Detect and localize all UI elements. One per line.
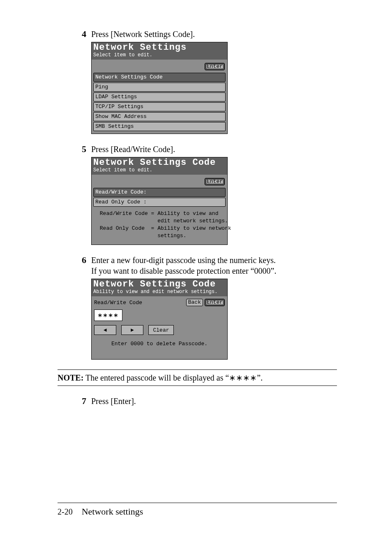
lcd-screen-network-settings: Network Settings Select item to edit. En…	[91, 42, 228, 134]
step-4: 4 Press [Network Settings Code].	[58, 29, 337, 39]
step-6: 6 Enter a new four-digit passcode using …	[58, 255, 337, 276]
menu-item-ldap-settings[interactable]: LDAP Settings	[93, 92, 226, 102]
step-text-line1: Enter a new four-digit passcode using th…	[91, 256, 276, 265]
menu-item-show-mac-address[interactable]: Show MAC Address	[93, 112, 226, 121]
menu-item-tcpip-settings[interactable]: TCP/IP Settings	[93, 102, 226, 111]
lcd-header: Network Settings Code Select item to edi…	[92, 157, 227, 175]
step-text: Press [Network Settings Code].	[91, 29, 337, 39]
lcd-title: Network Settings Code	[93, 280, 226, 289]
page-footer: 2-20 Network settings	[58, 503, 337, 517]
lcd-header: Network Settings Code Ability to view an…	[92, 279, 227, 296]
step-5: 5 Press [Read/Write Code].	[58, 144, 337, 155]
page-number: 2-20	[58, 507, 73, 517]
lcd-subtitle: Select item to edit.	[93, 52, 226, 58]
section-title: Network settings	[82, 506, 143, 517]
lcd-screen-network-settings-code: Network Settings Code Select item to edi…	[91, 157, 228, 245]
step-text-line2: If you want to disable passcode protecti…	[91, 266, 276, 275]
note-text: The entered passcode will be displayed a…	[83, 373, 263, 382]
left-arrow-icon: ◄	[104, 327, 107, 333]
lcd-title: Network Settings	[93, 43, 226, 52]
footer-divider	[58, 503, 337, 503]
lcd-info-text: Read/Write Code = Ability to view and ed…	[93, 208, 226, 243]
lcd-title: Network Settings Code	[93, 158, 226, 167]
lcd-screen-passcode-entry: Network Settings Code Ability to view an…	[91, 279, 228, 360]
menu-item-read-only-code[interactable]: Read Only Code :	[93, 198, 226, 207]
passcode-input[interactable]: ∗∗∗∗	[94, 309, 122, 321]
step-7: 7 Press [Enter].	[58, 396, 337, 406]
right-arrow-icon: ►	[131, 327, 134, 333]
lcd-subtitle: Select item to edit.	[93, 167, 226, 173]
lcd-header: Network Settings Select item to edit.	[92, 42, 227, 60]
lcd-subtitle: Ability to view and edit network setting…	[93, 289, 226, 295]
divider	[58, 385, 337, 386]
right-arrow-button[interactable]: ►	[121, 325, 143, 335]
enter-button[interactable]: Enter	[205, 178, 225, 185]
menu-item-ping[interactable]: Ping	[93, 83, 226, 92]
clear-button[interactable]: Clear	[148, 325, 174, 335]
menu-item-network-settings-code[interactable]: Network Settings Code	[93, 73, 226, 82]
enter-button[interactable]: Enter	[205, 63, 225, 70]
lcd-hint-text: Enter 0000 to delete Passcode.	[93, 338, 226, 358]
note-block: NOTE: The entered passcode will be displ…	[58, 369, 337, 386]
step-text: Press [Enter].	[91, 396, 337, 406]
code-label: Read/Write Code	[94, 300, 142, 306]
step-number: 7	[58, 396, 91, 406]
note-label: NOTE:	[58, 373, 83, 382]
step-number: 6	[58, 255, 91, 265]
menu-item-read-write-code[interactable]: Read/Write Code:	[93, 188, 226, 197]
step-number: 5	[58, 144, 91, 155]
step-text: Enter a new four-digit passcode using th…	[91, 255, 337, 276]
back-button[interactable]: Back	[186, 299, 203, 306]
enter-button[interactable]: Enter	[205, 299, 225, 306]
menu-item-smb-settings[interactable]: SMB Settings	[93, 122, 226, 131]
left-arrow-button[interactable]: ◄	[94, 325, 116, 335]
step-number: 4	[58, 29, 91, 39]
step-text: Press [Read/Write Code].	[91, 144, 337, 155]
